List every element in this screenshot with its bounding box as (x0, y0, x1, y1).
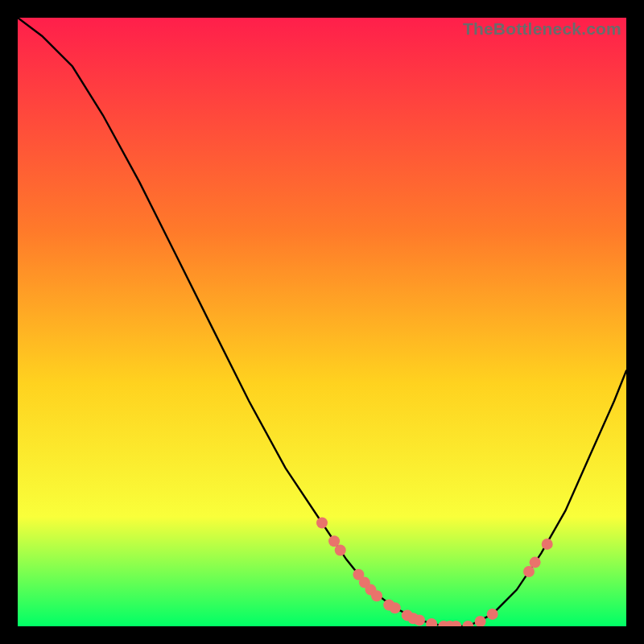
data-point (523, 566, 535, 577)
data-point (390, 602, 401, 613)
data-point (371, 590, 382, 601)
data-point (530, 557, 541, 568)
watermark-label: TheBottleneck.com (463, 19, 621, 39)
data-point (316, 518, 328, 529)
data-point (335, 545, 346, 556)
bottleneck-chart (18, 18, 626, 626)
chart-frame: TheBottleneck.com (18, 18, 626, 626)
data-point (414, 614, 425, 625)
data-point (487, 609, 498, 620)
data-point (542, 539, 553, 550)
gradient-background (18, 18, 626, 626)
